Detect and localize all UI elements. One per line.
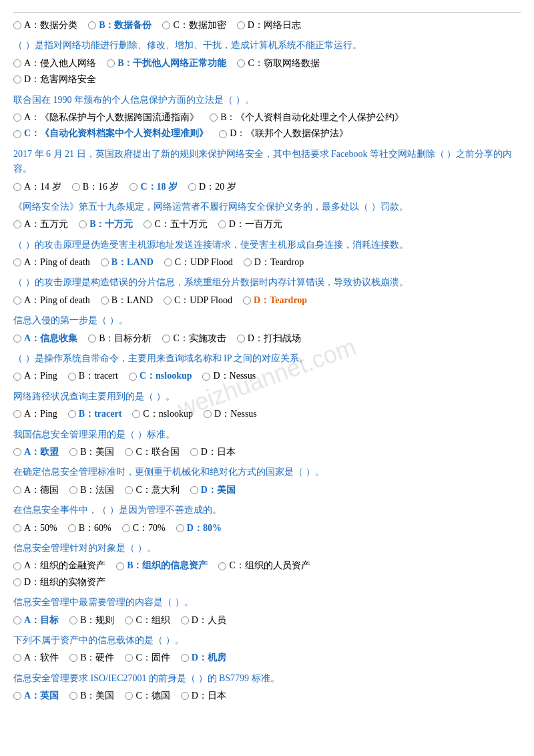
radio-button[interactable] [219, 130, 227, 138]
radio-button[interactable] [68, 373, 76, 381]
radio-button[interactable] [218, 562, 226, 570]
radio-button[interactable] [116, 562, 124, 570]
radio-button[interactable] [13, 524, 21, 532]
radio-button[interactable] [125, 486, 133, 494]
option[interactable]: B：目标分析 [88, 331, 152, 346]
radio-button[interactable] [69, 486, 77, 494]
radio-button[interactable] [13, 130, 21, 138]
radio-button[interactable] [125, 616, 133, 624]
radio-button[interactable] [13, 486, 21, 494]
radio-button[interactable] [144, 220, 152, 228]
option[interactable]: B：硬件 [69, 650, 114, 665]
radio-button[interactable] [13, 297, 21, 305]
radio-button[interactable] [204, 410, 212, 418]
radio-button[interactable] [88, 335, 96, 343]
option[interactable]: A：目标 [13, 613, 59, 628]
option[interactable]: A：14 岁 [13, 180, 61, 194]
option[interactable]: C：nslookup [132, 407, 193, 421]
option[interactable]: C：组织 [125, 613, 170, 628]
option[interactable]: B：组织的信息资产 [116, 558, 208, 573]
radio-button[interactable] [125, 692, 133, 700]
option[interactable]: A：德国 [13, 483, 59, 498]
option[interactable]: D：日本 [190, 445, 236, 459]
option[interactable]: D：危害网络安全 [13, 72, 96, 87]
radio-button[interactable] [218, 220, 226, 228]
option[interactable]: C：nslookup [129, 369, 192, 383]
option[interactable]: D：组织的实物资产 [13, 575, 105, 590]
option[interactable]: A：Ping [13, 407, 57, 421]
option[interactable]: C：联合国 [125, 445, 179, 459]
radio-button[interactable] [13, 59, 21, 67]
radio-button[interactable] [13, 578, 21, 586]
option[interactable]: B：16 岁 [72, 180, 119, 194]
radio-button[interactable] [107, 59, 115, 67]
option[interactable]: C：五十万元 [144, 217, 207, 232]
radio-button[interactable] [164, 258, 172, 266]
radio-button[interactable] [13, 21, 21, 29]
option[interactable]: D：打扫战场 [237, 331, 301, 346]
option[interactable]: A：软件 [13, 650, 59, 665]
radio-button[interactable] [244, 258, 252, 266]
radio-button[interactable] [69, 654, 77, 662]
radio-button[interactable] [69, 692, 77, 700]
radio-button[interactable] [181, 616, 189, 624]
radio-button[interactable] [243, 297, 251, 305]
option[interactable]: B：数据备份 [88, 18, 152, 33]
radio-button[interactable] [181, 654, 189, 662]
radio-button[interactable] [202, 373, 210, 381]
radio-button[interactable] [69, 616, 77, 624]
radio-button[interactable] [190, 486, 198, 494]
radio-button[interactable] [237, 335, 245, 343]
option[interactable]: C：德国 [125, 689, 170, 703]
radio-button[interactable] [125, 448, 133, 456]
radio-button[interactable] [132, 410, 140, 418]
radio-button[interactable] [13, 692, 21, 700]
option[interactable]: D：美国 [190, 483, 236, 498]
radio-button[interactable] [190, 448, 198, 456]
radio-button[interactable] [13, 448, 21, 456]
radio-button[interactable] [13, 335, 21, 343]
option[interactable]: A：Ping of death [13, 293, 90, 308]
radio-button[interactable] [72, 183, 80, 191]
radio-button[interactable] [13, 75, 21, 83]
radio-button[interactable] [79, 220, 87, 228]
radio-button[interactable] [13, 373, 21, 381]
radio-button[interactable] [101, 258, 109, 266]
option[interactable]: D：一百万元 [218, 217, 282, 232]
option[interactable]: A：《隐私保护与个人数据跨国流通指南》 [13, 110, 199, 125]
option[interactable]: A：Ping of death [13, 255, 90, 270]
radio-button[interactable] [164, 297, 172, 305]
option[interactable]: D：Teardrop [243, 293, 307, 308]
radio-button[interactable] [68, 410, 76, 418]
option[interactable]: C：UDP Flood [164, 293, 232, 308]
radio-button[interactable] [13, 410, 21, 418]
option[interactable]: B：tracert [68, 369, 118, 383]
radio-button[interactable] [69, 448, 77, 456]
option[interactable]: C：70% [122, 521, 166, 536]
option[interactable]: C：窃取网络数据 [237, 56, 319, 71]
option[interactable]: C：数据加密 [162, 18, 226, 33]
option[interactable]: B：干扰他人网络正常功能 [107, 56, 226, 71]
option[interactable]: B：LAND [101, 255, 154, 270]
option[interactable]: A：信息收集 [13, 331, 77, 346]
option[interactable]: D：网络日志 [237, 18, 301, 33]
option[interactable]: D：20 岁 [188, 180, 236, 194]
option[interactable]: C：组织的人员资产 [218, 558, 310, 573]
radio-button[interactable] [13, 562, 21, 570]
option[interactable]: B：十万元 [79, 217, 133, 232]
radio-button[interactable] [101, 297, 109, 305]
option[interactable]: B：《个人资料自动化处理之个人保护公约》 [210, 110, 404, 125]
option[interactable]: C：意大利 [125, 483, 179, 498]
radio-button[interactable] [13, 616, 21, 624]
option[interactable]: A：欧盟 [13, 445, 59, 459]
radio-button[interactable] [88, 21, 96, 29]
option[interactable]: B：美国 [69, 445, 114, 459]
radio-button[interactable] [68, 524, 76, 532]
option[interactable]: B：法国 [69, 483, 114, 498]
option[interactable]: D：Nessus [202, 369, 256, 383]
radio-button[interactable] [162, 335, 170, 343]
option[interactable]: B：tracert [68, 407, 122, 421]
option[interactable]: D：80% [176, 521, 222, 536]
option[interactable]: C：《自动化资料档案中个人资料处理准则》 [13, 126, 208, 141]
radio-button[interactable] [122, 524, 130, 532]
